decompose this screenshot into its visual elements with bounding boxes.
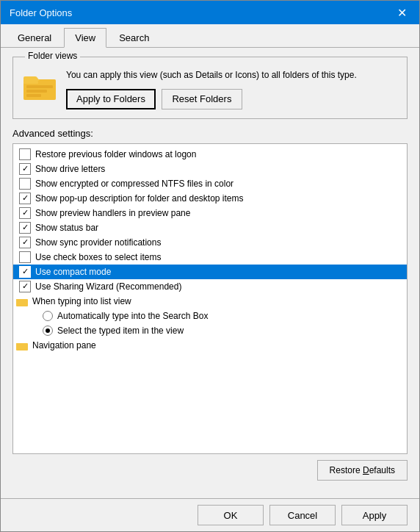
close-button[interactable]: ✕ <box>393 4 410 21</box>
tab-bar: General View Search <box>1 24 419 48</box>
checkbox[interactable]: ✓ <box>19 222 31 234</box>
folder-views-right: You can apply this view (such as Details… <box>66 68 398 109</box>
setting-label: Show encrypted or compressed NTFS files … <box>35 179 233 189</box>
setting-label: Show drive letters <box>35 164 105 174</box>
list-item[interactable]: Select the typed item in the view <box>13 323 407 338</box>
setting-label: Automatically type into the Search Box <box>57 311 208 321</box>
setting-label: Show pop-up description for folder and d… <box>35 193 244 204</box>
dialog-title: Folder Options <box>10 7 72 18</box>
checkbox[interactable] <box>19 178 31 190</box>
checkbox[interactable]: ✓ <box>19 266 31 278</box>
folder-options-dialog: Folder Options ✕ General View Search Fol… <box>0 0 420 532</box>
title-bar: Folder Options ✕ <box>1 1 419 24</box>
checkbox[interactable]: ✓ <box>19 207 31 219</box>
svg-rect-3 <box>26 85 53 88</box>
setting-label: Restore previous folder windows at logon <box>35 149 196 159</box>
settings-box: Restore previous folder windows at logon… <box>12 143 408 454</box>
dialog-buttons: OK Cancel Apply <box>1 498 419 531</box>
svg-rect-2 <box>23 81 38 84</box>
list-item[interactable]: ✓ Show drive letters <box>13 162 407 176</box>
apply-button[interactable]: Apply <box>341 505 408 525</box>
folder-views-legend: Folder views <box>25 51 80 61</box>
tab-view[interactable]: View <box>64 28 106 48</box>
reset-folders-button[interactable]: Reset Folders <box>162 89 242 109</box>
svg-rect-4 <box>26 90 47 93</box>
radio-button[interactable] <box>43 311 53 321</box>
setting-label: Use compact mode <box>35 267 111 277</box>
checkbox[interactable]: ✓ <box>19 163 31 175</box>
list-item: Navigation pane <box>13 338 407 353</box>
list-item[interactable]: Restore previous folder windows at logon <box>13 147 407 162</box>
apply-to-folders-button[interactable]: Apply to Folders <box>66 89 156 109</box>
ok-button[interactable]: OK <box>198 505 264 525</box>
list-item[interactable]: Use check boxes to select items <box>13 250 407 265</box>
radio-button[interactable] <box>43 326 53 336</box>
svg-rect-5 <box>26 94 41 97</box>
setting-label: Show preview handlers in preview pane <box>35 208 190 218</box>
tab-search[interactable]: Search <box>108 28 160 48</box>
list-item[interactable]: ✓ Show status bar <box>13 220 407 235</box>
advanced-settings-label: Advanced settings: <box>12 128 408 139</box>
setting-label: When typing into list view <box>32 296 131 306</box>
settings-scroll[interactable]: Restore previous folder windows at logon… <box>13 144 407 453</box>
setting-label: Select the typed item in the view <box>57 326 184 336</box>
close-icon: ✕ <box>397 6 407 20</box>
checkbox[interactable]: ✓ <box>19 281 31 292</box>
list-item[interactable]: Show encrypted or compressed NTFS files … <box>13 176 407 191</box>
setting-label: Use Sharing Wizard (Recommended) <box>35 281 181 292</box>
setting-label: Use check boxes to select items <box>35 252 161 262</box>
bottom-section: Restore Defaults <box>12 454 408 489</box>
folder-views-inner: You can apply this view (such as Details… <box>22 68 398 109</box>
list-item[interactable]: ✓ Show pop-up description for folder and… <box>13 191 407 206</box>
folder-views-group: Folder views You can apply this view (su… <box>12 57 408 119</box>
radio-dot <box>46 328 50 333</box>
list-item[interactable]: ✓ Use Sharing Wizard (Recommended) <box>13 279 407 294</box>
folder-views-buttons: Apply to Folders Reset Folders <box>66 89 398 109</box>
restore-defaults-label: Restore Defaults <box>330 465 395 475</box>
list-item: When typing into list view <box>13 294 407 309</box>
folder-views-description: You can apply this view (such as Details… <box>66 69 398 82</box>
folder-icon <box>22 68 57 103</box>
checkbox[interactable]: ✓ <box>19 237 31 248</box>
setting-label: Navigation pane <box>32 340 96 351</box>
list-item[interactable]: Automatically type into the Search Box <box>13 309 407 323</box>
restore-defaults-button[interactable]: Restore Defaults <box>317 460 408 481</box>
setting-label: Show status bar <box>35 223 98 233</box>
checkbox[interactable]: ✓ <box>19 193 31 204</box>
tab-general[interactable]: General <box>7 28 62 48</box>
setting-label: Show sync provider notifications <box>35 237 161 248</box>
list-item[interactable]: ✓ Show sync provider notifications <box>13 235 407 250</box>
list-item[interactable]: ✓ Show preview handlers in preview pane <box>13 206 407 220</box>
main-content: Folder views You can apply this view (su… <box>1 48 419 498</box>
list-item[interactable]: ✓ Use compact mode <box>13 265 407 279</box>
cancel-button[interactable]: Cancel <box>269 505 336 525</box>
checkbox[interactable] <box>19 148 31 160</box>
checkbox[interactable] <box>19 251 31 263</box>
